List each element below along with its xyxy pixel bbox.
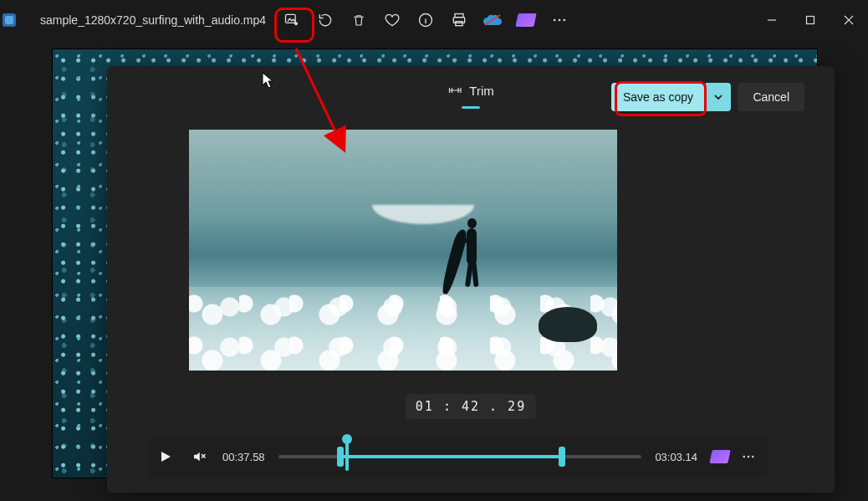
playbar-more-button[interactable] — [736, 436, 761, 478]
trim-icon — [447, 83, 462, 98]
svg-point-9 — [559, 19, 561, 22]
open-in-clipchamp-button[interactable] — [707, 436, 733, 478]
cancel-label: Cancel — [753, 90, 789, 104]
current-time: 00:37.58 — [216, 451, 272, 463]
trim-tab-label: Trim — [469, 84, 493, 98]
trim-tab-underline — [462, 106, 480, 109]
svg-point-17 — [743, 456, 745, 458]
trim-panel: Trim Save as copy Cancel 01 : 42 . 29 — [107, 66, 835, 493]
print-button[interactable] — [443, 4, 475, 36]
title-bar: sample_1280x720_surfing_with_audio.mp4 — [0, 0, 868, 40]
info-button[interactable] — [410, 4, 442, 36]
svg-point-8 — [554, 19, 556, 22]
play-button[interactable] — [149, 436, 182, 478]
frame-timecode[interactable]: 01 : 42 . 29 — [406, 394, 536, 419]
edit-image-button[interactable] — [276, 4, 308, 36]
window-controls — [753, 0, 868, 40]
svg-rect-6 — [456, 22, 462, 26]
app-logo — [0, 0, 18, 40]
maximize-button[interactable] — [791, 0, 830, 40]
onedrive-button[interactable] — [477, 4, 508, 36]
mute-button[interactable] — [182, 436, 216, 478]
trim-tab[interactable]: Trim — [447, 83, 493, 98]
rotate-button[interactable] — [309, 4, 341, 36]
svg-point-19 — [752, 456, 753, 458]
save-as-copy-label: Save as copy — [623, 90, 693, 104]
svg-point-10 — [564, 19, 566, 22]
toolbar — [276, 4, 575, 36]
total-time: 03:03.14 — [648, 451, 704, 463]
clipchamp-icon — [709, 450, 730, 463]
favorite-button[interactable] — [376, 4, 408, 36]
more-button[interactable] — [544, 4, 575, 36]
cancel-button[interactable]: Cancel — [738, 83, 804, 111]
chevron-down-icon — [713, 92, 723, 102]
playhead[interactable] — [345, 442, 349, 471]
close-button[interactable] — [830, 0, 868, 40]
trim-header: Trim Save as copy Cancel — [107, 79, 835, 113]
save-dropdown-button[interactable] — [706, 83, 731, 111]
trim-track[interactable] — [278, 436, 642, 478]
minimize-button[interactable] — [753, 0, 791, 40]
video-preview — [189, 130, 617, 371]
save-as-copy-button[interactable]: Save as copy — [611, 83, 705, 111]
surfer-silhouette — [448, 208, 498, 309]
svg-rect-1 — [5, 16, 13, 24]
onedrive-icon — [483, 13, 503, 27]
clipchamp-button[interactable] — [510, 4, 542, 36]
playback-bar: 00:37.58 03:03.14 — [149, 436, 768, 478]
trim-handle-start[interactable] — [337, 447, 344, 467]
clipchamp-icon — [515, 13, 536, 27]
svg-point-18 — [748, 456, 749, 458]
trim-handle-end[interactable] — [559, 447, 565, 467]
svg-rect-12 — [807, 17, 814, 24]
delete-button[interactable] — [343, 4, 375, 36]
file-name: sample_1280x720_surfing_with_audio.mp4 — [40, 0, 266, 40]
